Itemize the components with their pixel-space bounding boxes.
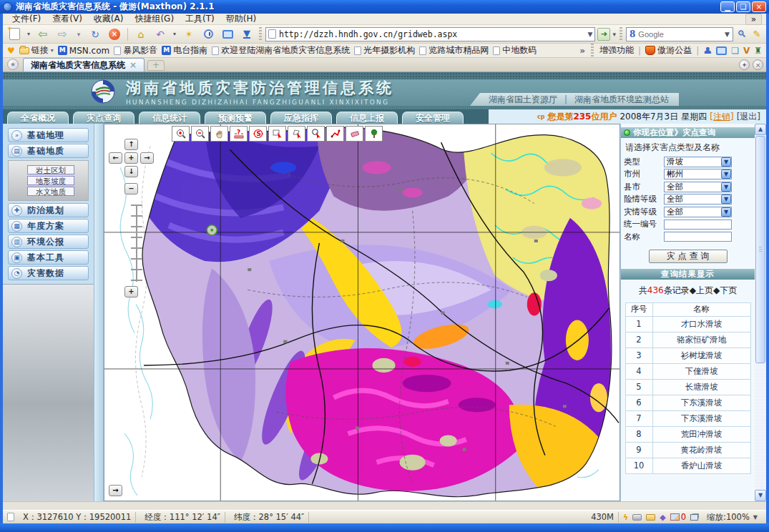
nav-tab-report[interactable]: 信息上报 <box>336 112 398 124</box>
zoom-minus-button[interactable]: − <box>124 183 138 194</box>
address-dropdown-icon[interactable]: ▼ <box>588 31 593 38</box>
menu-overflow-chevron-icon[interactable]: » <box>745 14 762 25</box>
nav-tab-statistics[interactable]: 信息统计 <box>139 112 200 124</box>
tools-round-button[interactable]: ✦ <box>739 59 750 70</box>
nav-tab-overview[interactable]: 全省概况 <box>7 112 69 124</box>
disaster-level-select[interactable]: 全部▼ <box>664 207 732 217</box>
printer-icon[interactable] <box>632 514 642 521</box>
code-input[interactable] <box>664 220 732 230</box>
tab-list-star-icon[interactable]: ★ <box>7 59 19 70</box>
download-button[interactable]: ▼ <box>238 26 255 42</box>
scrollbar-thumb[interactable] <box>755 136 765 363</box>
table-row[interactable]: 7下东溪滑坡 <box>625 410 750 426</box>
zoom-slider[interactable] <box>131 205 142 282</box>
select-rect-tool[interactable] <box>268 126 286 142</box>
dropdown-arrow-icon[interactable]: ▼ <box>721 157 731 167</box>
eraser-tool[interactable] <box>346 126 363 142</box>
zoom-plus-button[interactable]: + <box>124 286 138 297</box>
link-lanlu[interactable]: 览路城市精品网 <box>419 44 489 56</box>
scroll-down-arrow-icon[interactable]: ▼ <box>755 490 766 501</box>
table-row[interactable]: 10香炉山滑坡 <box>625 458 750 473</box>
link-msn[interactable]: MMSN.com <box>58 46 109 56</box>
enhance-menu[interactable]: 增强功能 <box>599 44 634 56</box>
search-engine-icon[interactable]: 8 <box>630 29 635 39</box>
go-dropdown-icon[interactable]: ▾ <box>612 31 616 38</box>
plugin-diamond-icon[interactable]: ◆ <box>660 513 665 522</box>
zoom-out-tool[interactable] <box>191 126 209 142</box>
go-button[interactable]: ➜ <box>597 28 610 41</box>
link-zhongdi[interactable]: 中地数码 <box>493 44 537 56</box>
menu-favorites[interactable]: 收藏(A) <box>89 13 129 25</box>
risk-level-select[interactable]: 全部▼ <box>664 194 732 205</box>
sub-item-rock-zoning[interactable]: 岩土区划 <box>27 165 74 174</box>
stop-button[interactable]: × <box>106 26 123 42</box>
minimize-button[interactable]: ▁ <box>720 1 735 12</box>
v-badge-icon[interactable]: V <box>743 46 750 56</box>
link-guangnian[interactable]: 光年摄影机构 <box>354 44 415 56</box>
link-hunan-geo[interactable]: 欢迎登陆湖南省地质灾害信息系统 <box>212 44 350 56</box>
banner-link-land-dept[interactable]: 湖南省国土资源厅 <box>489 94 557 106</box>
close-button[interactable]: × <box>752 1 766 12</box>
sidebar-item-prevention-plan[interactable]: ✚防治规划 <box>8 203 89 217</box>
magic-fill-button[interactable]: ✶ <box>180 26 197 42</box>
geological-map[interactable] <box>104 124 619 501</box>
menu-help[interactable]: 帮助(H) <box>221 13 261 25</box>
link-baofeng[interactable]: 暴风影音 <box>114 44 157 56</box>
tab-close-icon[interactable]: × <box>129 60 137 70</box>
sidebar-item-disaster-data[interactable]: ◔灾害数据 <box>8 266 89 280</box>
tab-active[interactable]: 湖南省地质灾害信息系统 × <box>23 58 145 72</box>
pan-down-button[interactable]: ↓ <box>124 166 138 177</box>
close-round-button[interactable]: × <box>753 59 763 70</box>
link-radio[interactable]: M电台指南 <box>162 44 207 56</box>
cascade-windows-icon[interactable]: ❏ <box>731 46 739 56</box>
history-button[interactable] <box>200 26 217 42</box>
city-building-icon[interactable]: ♜ <box>754 46 762 56</box>
table-row[interactable]: 5长塘滑坡 <box>625 379 750 395</box>
history-dropdown-button[interactable]: ▾ <box>73 26 84 42</box>
table-row[interactable]: 1才口水滑坡 <box>625 316 750 332</box>
pan-left-button[interactable]: ← <box>109 152 122 164</box>
sidebar-item-env-bulletin[interactable]: ▥环境公报 <box>8 235 89 249</box>
online-status-icon[interactable]: 👤︎ <box>703 46 712 56</box>
downloads-folder-icon[interactable] <box>646 514 655 521</box>
back-button[interactable]: ⇦ <box>34 26 52 42</box>
refresh-button[interactable]: ↻ <box>87 26 104 42</box>
pan-up-button[interactable]: ↑ <box>124 139 138 150</box>
sidebar-item-basic-tools[interactable]: ▣基本工具 <box>8 250 89 265</box>
county-select[interactable]: 全部▼ <box>664 182 732 192</box>
menu-groups[interactable]: 快捷组(G) <box>129 13 179 25</box>
undo-button[interactable]: ↶ <box>152 26 169 42</box>
scroll-up-arrow-icon[interactable]: ▲ <box>755 124 766 135</box>
links-folder[interactable]: 链接▾ <box>19 44 54 56</box>
dropdown-arrow-icon[interactable]: ▼ <box>721 169 731 179</box>
dropdown-arrow-icon[interactable]: ▼ <box>721 207 731 217</box>
full-extent-tool[interactable]: S <box>249 126 267 142</box>
pan-center-button[interactable]: + <box>124 152 138 164</box>
pan-tool[interactable] <box>210 126 228 142</box>
boost-lightning-icon[interactable]: ϟ <box>623 513 628 522</box>
menu-tools[interactable]: 工具(T) <box>180 13 220 25</box>
select-polygon-tool[interactable] <box>288 126 305 142</box>
address-input[interactable] <box>279 29 585 39</box>
sidebar-item-annual-plan[interactable]: ▦年度方案 <box>8 219 89 233</box>
city-select[interactable]: 郴州▼ <box>664 169 732 179</box>
prev-page-link[interactable]: ◆上页 <box>690 285 713 295</box>
image-counter[interactable]: 0 <box>670 512 686 522</box>
measure-tool[interactable]: ? <box>230 126 248 142</box>
table-row[interactable]: 4下僮滑坡 <box>625 363 750 379</box>
menu-file[interactable]: 文件(F) <box>7 13 46 25</box>
name-input[interactable] <box>664 232 732 242</box>
resize-window-icon[interactable] <box>690 514 698 521</box>
new-tab-button[interactable] <box>6 26 23 42</box>
home-button[interactable]: ⌂ <box>132 26 150 42</box>
layer-tree-tool[interactable] <box>365 126 383 142</box>
new-tab-dropdown[interactable]: ▾ <box>25 26 32 42</box>
pan-bottom-arrow-button[interactable]: → <box>109 485 122 496</box>
dropdown-arrow-icon[interactable]: ▼ <box>721 182 731 192</box>
panel-splitter[interactable] <box>94 124 104 501</box>
sidebar-item-base-geology[interactable]: ▤基础地质 <box>8 144 89 158</box>
identify-tool[interactable] <box>307 126 325 142</box>
table-row[interactable]: 8荒田冲滑坡 <box>625 426 750 442</box>
nav-tab-forecast[interactable]: 预测预警 <box>205 112 266 124</box>
window-list-button[interactable] <box>219 26 236 42</box>
